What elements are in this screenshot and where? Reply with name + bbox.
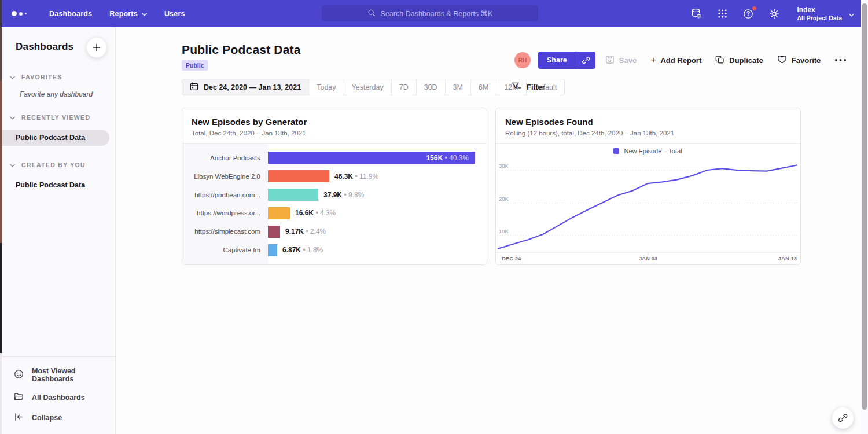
data-source-icon[interactable] <box>690 8 703 20</box>
bar-category-label: https://simplecast.com <box>182 228 268 235</box>
share-link-icon[interactable] <box>576 52 595 69</box>
section-label: RECENTLY VIEWED <box>21 114 90 121</box>
bar-row-https-podbean-com: https://podbean.com...37.9K • 9.8% <box>182 186 486 204</box>
bar-track: 16.6K • 4.3% <box>268 207 486 219</box>
bar-value-label: 9.17K • 2.4% <box>285 227 326 236</box>
share-split-button: Share <box>538 52 595 69</box>
footer-item-label: Collapse <box>32 414 62 422</box>
bar[interactable] <box>268 244 277 256</box>
legend-label: New Episode – Total <box>624 148 682 155</box>
duplicate-icon <box>715 55 724 66</box>
bar-track: 156K • 40.3% <box>268 152 486 164</box>
bar-track: 46.3K • 11.9% <box>268 170 486 182</box>
filter-button[interactable]: Filter <box>512 82 545 92</box>
search-icon <box>367 9 376 19</box>
sidebar-empty-note: Favorite any dashboard <box>2 90 115 98</box>
footer-item-label: Most Viewed Dashboards <box>32 367 115 383</box>
sidebar-item-public-podcast-data[interactable]: Public Podcast Data <box>2 130 109 146</box>
chevron-down-icon <box>849 9 854 19</box>
smiley-icon <box>14 369 24 381</box>
top-nav-item-reports[interactable]: Reports <box>101 0 156 27</box>
bar-track: 6.87K • 1.8% <box>268 244 486 256</box>
sidebar-section-favorites[interactable]: FAVORITES <box>2 73 115 80</box>
bar-category-label: https://podbean.com... <box>182 192 268 198</box>
sidebar-section-created-by-you[interactable]: CREATED BY YOU <box>2 161 115 168</box>
bar-chart-subtitle: Total, Dec 24th, 2020 – Jan 13th, 2021 <box>192 130 477 137</box>
app-logo-dots-icon[interactable] <box>12 0 27 27</box>
bar-chart-title: New Episodes by Generator <box>192 117 477 127</box>
scrollbar-track[interactable] <box>861 0 868 434</box>
sidebar: Dashboards FAVORITESFavorite any dashboa… <box>2 27 116 434</box>
top-nav-item-dashboards[interactable]: Dashboards <box>41 0 101 27</box>
top-nav-item-label: Reports <box>109 10 138 18</box>
svg-text:30K: 30K <box>499 163 509 169</box>
add-report-button[interactable]: + Add Report <box>650 56 701 65</box>
date-preset-yesterday[interactable]: Yesterday <box>344 79 391 95</box>
copy-link-fab[interactable] <box>832 407 854 429</box>
bar-row-anchor-podcasts: Anchor Podcasts156K • 40.3% <box>182 149 486 167</box>
legend-swatch <box>613 148 619 154</box>
sidebar-item-public-podcast-data[interactable]: Public Podcast Data <box>2 177 109 193</box>
sidebar-footer-most-viewed-dashboards[interactable]: Most Viewed Dashboards <box>2 362 115 388</box>
line-chart-plot: 10K20K30KDEC 24JAN 03JAN 13 <box>496 144 800 265</box>
bar-track: 9.17K • 2.4% <box>268 226 486 238</box>
help-icon[interactable]: ? <box>742 8 754 20</box>
bar[interactable] <box>268 189 318 201</box>
workspace-name: Index <box>797 6 842 14</box>
folder-icon <box>14 392 24 403</box>
date-preset-30d[interactable]: 30D <box>416 79 445 95</box>
sidebar-footer-collapse[interactable]: Collapse <box>2 407 115 428</box>
bar-value-label: 156K • 40.3% <box>426 154 469 162</box>
bar-value-label: 37.9K • 9.8% <box>323 191 364 199</box>
sidebar-footer: Most Viewed DashboardsAll DashboardsColl… <box>2 356 115 434</box>
bar-value-label: 46.3K • 11.9% <box>334 172 378 181</box>
scrollbar-thumb[interactable] <box>862 3 867 410</box>
top-nav-right: ? Index All Project Data <box>690 0 854 27</box>
heart-icon <box>777 55 787 65</box>
bar[interactable] <box>268 226 280 238</box>
date-preset-7d[interactable]: 7D <box>391 79 416 95</box>
collapse-left-icon <box>14 412 24 424</box>
calendar-icon <box>190 82 198 93</box>
favorite-button[interactable]: Favorite <box>777 55 821 65</box>
date-range-button[interactable]: Dec 24, 2020 — Jan 13, 2021 <box>182 79 308 95</box>
svg-text:10K: 10K <box>499 228 509 234</box>
notification-badge <box>752 6 757 11</box>
bar[interactable] <box>268 207 290 219</box>
chevron-down-icon <box>142 10 147 18</box>
top-nav-item-label: Dashboards <box>49 10 92 18</box>
bar-row-libsyn-webengine-2-0: Libsyn WebEngine 2.046.3K • 11.9% <box>182 167 486 186</box>
date-preset-6m[interactable]: 6M <box>470 79 496 95</box>
workspace-switcher[interactable]: Index All Project Data <box>797 6 854 22</box>
date-range-control: Dec 24, 2020 — Jan 13, 2021 TodayYesterd… <box>182 79 565 95</box>
share-button[interactable]: Share <box>538 52 576 69</box>
date-filter-row: Dec 24, 2020 — Jan 13, 2021 TodayYesterd… <box>182 79 565 95</box>
duplicate-button[interactable]: Duplicate <box>715 55 763 66</box>
page-title: Public Podcast Data <box>182 43 301 57</box>
bar-value-label: 6.87K • 1.8% <box>282 246 323 254</box>
sidebar-section-recently-viewed[interactable]: RECENTLY VIEWED <box>2 114 115 121</box>
svg-text:DEC 24: DEC 24 <box>502 255 521 262</box>
section-label: FAVORITES <box>21 73 62 80</box>
plus-icon: + <box>650 56 656 64</box>
date-preset-3m[interactable]: 3M <box>445 79 470 95</box>
sidebar-footer-all-dashboards[interactable]: All Dashboards <box>2 388 115 407</box>
date-preset-today[interactable]: Today <box>308 79 343 95</box>
save-button[interactable]: Save <box>605 55 637 66</box>
workspace-subtitle: All Project Data <box>797 14 842 22</box>
bar[interactable] <box>268 170 329 182</box>
apps-grid-icon[interactable] <box>717 8 728 19</box>
bar-chart-body: Anchor Podcasts156K • 40.3%Libsyn WebEng… <box>182 144 486 264</box>
more-options-button[interactable] <box>834 58 847 62</box>
avatar[interactable]: RH <box>514 52 531 68</box>
bar-category-label: Captivate.fm <box>182 247 268 253</box>
bar-category-label: Anchor Podcasts <box>182 155 268 161</box>
line-chart-subtitle: Rolling (12 hours), total, Dec 24th, 202… <box>505 130 791 137</box>
bar-category-label: https://wordpress.or... <box>182 209 268 216</box>
add-dashboard-button[interactable] <box>86 37 107 58</box>
chevron-down-icon <box>10 161 15 168</box>
top-nav-item-users[interactable]: Users <box>156 0 194 27</box>
bar-category-label: Libsyn WebEngine 2.0 <box>182 173 268 180</box>
settings-gear-icon[interactable] <box>768 8 780 20</box>
search-input[interactable]: Search Dashboards & Reports ⌘K <box>322 5 538 21</box>
